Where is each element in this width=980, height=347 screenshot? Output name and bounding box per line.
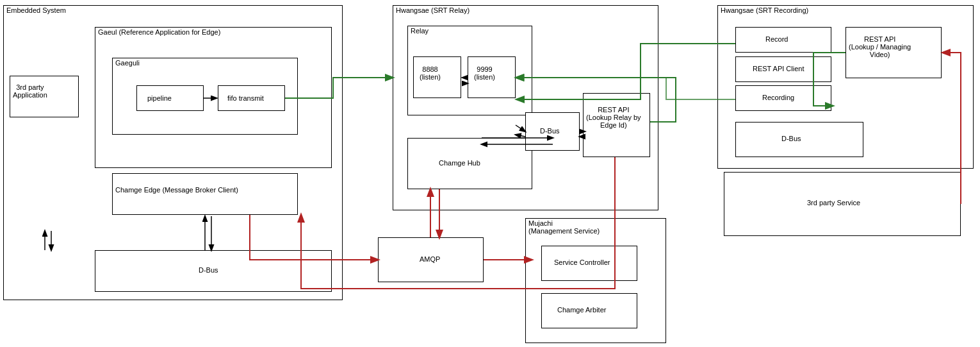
dbus-relay-label: D-Bus bbox=[540, 127, 560, 135]
chamge-hub-label: Chamge Hub bbox=[439, 159, 480, 167]
diagram: Embedded System 3rd partyApplication Gae… bbox=[0, 0, 980, 347]
gaeguli-label: Gaeguli bbox=[115, 59, 140, 67]
embedded-system-label: Embedded System bbox=[6, 6, 66, 14]
third-party-service-label: 3rd party Service bbox=[807, 199, 860, 207]
third-party-app-label: 3rd partyApplication bbox=[13, 83, 47, 99]
fifo-transmit-label: fifo transmit bbox=[227, 94, 264, 102]
chamge-edge-box bbox=[112, 173, 298, 215]
recording-label: Recording bbox=[762, 94, 794, 101]
mujachi-label: Mujachi(Management Service) bbox=[528, 219, 600, 235]
rest-api-relay-label: REST API(Lookup Relay byEdge Id) bbox=[586, 106, 641, 129]
chamge-edge-label: Chamge Edge (Message Broker Client) bbox=[115, 186, 238, 194]
hwangsae-relay-label: Hwangsae (SRT Relay) bbox=[396, 6, 470, 14]
port-9999-label: 9999(listen) bbox=[474, 65, 495, 81]
dbus-embedded-label: D-Bus bbox=[199, 266, 218, 274]
relay-label: Relay bbox=[411, 27, 429, 35]
hwangsae-recording-label: Hwangsae (SRT Recording) bbox=[721, 6, 808, 14]
record-label: Record bbox=[765, 35, 788, 43]
rest-api-managing-label: REST API(Lookup / ManagingVideo) bbox=[849, 35, 911, 58]
port-8888-label: 8888(listen) bbox=[420, 65, 441, 81]
rest-api-client-label: REST API Client bbox=[753, 65, 804, 72]
amqp-label: AMQP bbox=[420, 255, 440, 263]
gaeul-label: Gaeul (Reference Application for Edge) bbox=[98, 28, 220, 36]
dbus-recording-label: D-Bus bbox=[781, 135, 801, 142]
service-controller-label: Service Controller bbox=[554, 258, 610, 266]
pipeline-label: pipeline bbox=[147, 94, 172, 102]
chamge-arbiter-label: Chamge Arbiter bbox=[557, 306, 606, 314]
